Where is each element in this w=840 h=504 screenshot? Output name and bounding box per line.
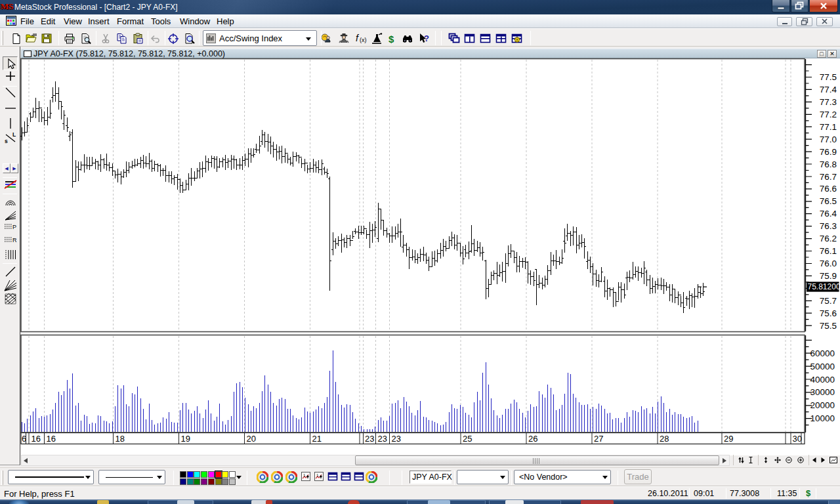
svg-text:40000: 40000 bbox=[810, 375, 835, 385]
svg-text:76.4: 76.4 bbox=[820, 209, 837, 219]
svg-text:16: 16 bbox=[32, 434, 41, 444]
svg-text:60000: 60000 bbox=[810, 348, 835, 358]
svg-text:50000: 50000 bbox=[810, 362, 835, 371]
svg-text:26: 26 bbox=[528, 434, 537, 444]
svg-text:76.2: 76.2 bbox=[820, 234, 837, 243]
svg-text:77.5: 77.5 bbox=[820, 72, 837, 82]
svg-text:75.6: 75.6 bbox=[820, 308, 837, 318]
svg-text:76.6: 76.6 bbox=[820, 184, 837, 194]
svg-text:27: 27 bbox=[594, 434, 603, 444]
svg-text:23: 23 bbox=[378, 434, 387, 444]
svg-text:21: 21 bbox=[312, 434, 322, 444]
svg-text:30000: 30000 bbox=[810, 387, 835, 397]
svg-text:20: 20 bbox=[247, 434, 256, 444]
svg-text:77.4: 77.4 bbox=[820, 85, 837, 94]
svg-text:20000: 20000 bbox=[810, 400, 835, 410]
svg-text:77.3: 77.3 bbox=[820, 97, 837, 107]
svg-text:76.3: 76.3 bbox=[820, 221, 837, 231]
svg-text:29: 29 bbox=[724, 434, 733, 444]
svg-text:18: 18 bbox=[116, 434, 125, 444]
svg-text:23: 23 bbox=[365, 434, 374, 444]
svg-text:25: 25 bbox=[463, 434, 472, 444]
svg-text:75.9: 75.9 bbox=[820, 271, 837, 281]
svg-text:30: 30 bbox=[793, 434, 802, 444]
svg-text:10000: 10000 bbox=[810, 413, 835, 423]
svg-text:75.5: 75.5 bbox=[820, 321, 837, 331]
svg-text:6: 6 bbox=[22, 434, 26, 444]
svg-text:77.2: 77.2 bbox=[820, 110, 837, 119]
svg-text:75.81200: 75.81200 bbox=[808, 282, 840, 291]
svg-text:76.9: 76.9 bbox=[820, 147, 837, 157]
svg-text:23: 23 bbox=[392, 434, 401, 444]
svg-text:76.0: 76.0 bbox=[820, 259, 837, 268]
svg-text:16: 16 bbox=[47, 434, 56, 444]
svg-text:19: 19 bbox=[181, 434, 190, 444]
svg-text:77.0: 77.0 bbox=[820, 135, 837, 144]
svg-text:76.5: 76.5 bbox=[820, 196, 837, 206]
svg-text:76.7: 76.7 bbox=[820, 172, 837, 182]
svg-text:77.1: 77.1 bbox=[820, 122, 837, 132]
svg-text:76.1: 76.1 bbox=[820, 246, 837, 256]
svg-text:28: 28 bbox=[660, 434, 669, 444]
svg-text:76.8: 76.8 bbox=[820, 159, 837, 169]
svg-text:75.7: 75.7 bbox=[820, 296, 837, 306]
